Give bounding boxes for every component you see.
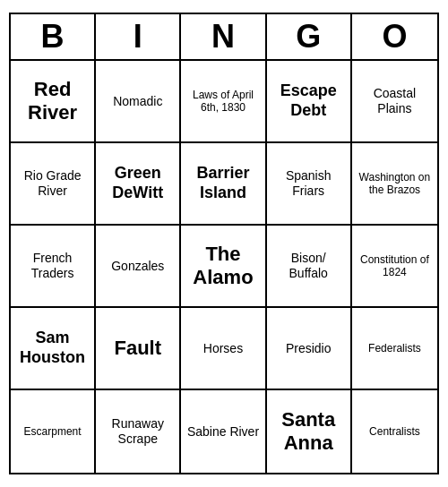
bingo-grid: Red RiverNomadicLaws of April 6th, 1830E…	[11, 61, 437, 473]
cell-text: Nomadic	[113, 94, 162, 109]
bingo-header: BINGO	[11, 14, 437, 61]
bingo-cell: Laws of April 6th, 1830	[181, 61, 266, 143]
header-letter: I	[96, 14, 181, 59]
cell-text: Spanish Friars	[271, 168, 347, 199]
bingo-cell: Santa Anna	[267, 390, 352, 473]
cell-text: Escarpment	[24, 425, 82, 438]
cell-text: Centralists	[369, 425, 420, 438]
cell-text: Laws of April 6th, 1830	[185, 89, 261, 115]
bingo-cell: Bison/ Buffalo	[267, 226, 352, 308]
bingo-cell: The Alamo	[181, 226, 266, 308]
bingo-cell: Coastal Plains	[352, 61, 437, 143]
cell-text: French Traders	[14, 251, 90, 281]
cell-text: The Alamo	[185, 243, 261, 290]
bingo-cell: Escarpment	[11, 390, 96, 473]
cell-text: Horses	[203, 341, 243, 356]
bingo-cell: Constitution of 1824	[352, 226, 437, 308]
bingo-cell: Gonzales	[96, 226, 181, 308]
header-letter: G	[267, 14, 352, 59]
bingo-cell: Escape Debt	[267, 61, 352, 143]
header-letter: B	[11, 14, 96, 59]
cell-text: Presidio	[286, 341, 332, 356]
bingo-cell: Centralists	[352, 390, 437, 473]
bingo-cell: Runaway Scrape	[96, 390, 181, 473]
bingo-cell: Fault	[96, 308, 181, 390]
header-letter: O	[352, 14, 437, 59]
cell-text: Santa Anna	[271, 408, 347, 456]
cell-text: Coastal Plains	[356, 86, 434, 116]
cell-text: Green DeWitt	[99, 164, 176, 202]
cell-text: Washington on the Brazos	[356, 171, 434, 197]
bingo-cell: Washington on the Brazos	[352, 143, 437, 226]
bingo-cell: Horses	[181, 308, 266, 390]
bingo-cell: Barrier Island	[181, 143, 266, 226]
cell-text: Sam Houston	[14, 329, 90, 367]
cell-text: Fault	[115, 337, 162, 360]
bingo-cell: Rio Grade River	[11, 143, 96, 226]
bingo-cell: Sabine River	[181, 390, 266, 473]
cell-text: Bison/ Buffalo	[271, 251, 347, 281]
cell-text: Constitution of 1824	[356, 253, 434, 279]
bingo-cell: Nomadic	[96, 61, 181, 143]
bingo-card: BINGO Red RiverNomadicLaws of April 6th,…	[9, 13, 439, 474]
cell-text: Barrier Island	[185, 164, 261, 202]
cell-text: Federalists	[368, 342, 421, 355]
bingo-cell: Presidio	[267, 308, 352, 390]
bingo-cell: Spanish Friars	[267, 143, 352, 226]
cell-text: Sabine River	[187, 424, 259, 440]
cell-text: Escape Debt	[271, 81, 347, 120]
bingo-cell: Green DeWitt	[96, 143, 181, 226]
bingo-cell: French Traders	[11, 226, 96, 308]
bingo-cell: Sam Houston	[11, 308, 96, 390]
cell-text: Runaway Scrape	[99, 416, 176, 447]
cell-text: Red River	[14, 78, 90, 125]
bingo-cell: Red River	[11, 61, 96, 143]
bingo-cell: Federalists	[352, 308, 437, 390]
cell-text: Gonzales	[111, 259, 164, 274]
header-letter: N	[181, 14, 266, 59]
cell-text: Rio Grade River	[14, 168, 90, 199]
